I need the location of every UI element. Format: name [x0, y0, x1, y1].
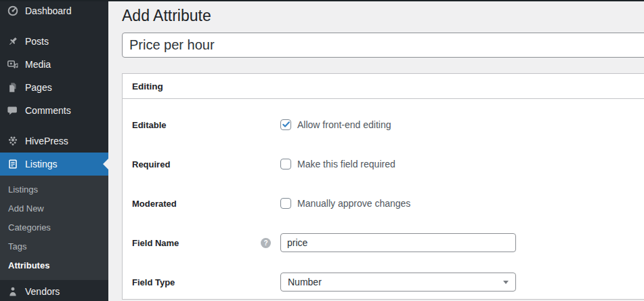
form-row-required: Required Make this field required: [132, 154, 638, 174]
form-row-moderated: Moderated Manually approve changes: [132, 193, 638, 214]
sidebar-item-vendors[interactable]: Vendors: [0, 280, 108, 301]
submenu-item-label: Categories: [8, 222, 51, 233]
metabox-header[interactable]: Editing: [123, 74, 644, 99]
form-row-field-name: Field Name ?: [132, 233, 638, 253]
wordpress-admin-screen: Dashboard Posts Media Pages Comment: [0, 0, 644, 301]
attribute-title-input[interactable]: [122, 33, 644, 58]
sidebar-item-comments[interactable]: Comments: [0, 99, 108, 122]
sidebar-item-label: Media: [25, 59, 51, 70]
menu-separator: [0, 22, 108, 30]
chevron-down-icon: [503, 281, 509, 284]
editable-label: Editable: [132, 120, 167, 130]
sidebar-item-label: Pages: [25, 82, 52, 93]
submenu-item-attributes[interactable]: Attributes: [0, 256, 108, 275]
pages-icon: [6, 81, 20, 94]
field-name-input[interactable]: [280, 233, 516, 252]
required-checkbox[interactable]: [280, 159, 291, 169]
form-row-field-type: Field Type Number: [132, 272, 638, 292]
field-type-label: Field Type: [132, 277, 175, 287]
submenu-item-listings[interactable]: Listings: [0, 180, 108, 199]
document-icon: [6, 157, 20, 171]
person-icon: [6, 285, 20, 298]
active-menu-arrow: [98, 159, 108, 169]
menu-separator: [0, 122, 108, 129]
field-name-label: Field Name: [132, 238, 179, 248]
required-label: Required: [132, 159, 170, 169]
admin-bar-edge: [0, 0, 644, 1]
admin-sidebar: Dashboard Posts Media Pages Comment: [0, 0, 108, 301]
sidebar-item-label: Dashboard: [25, 5, 72, 16]
editable-checkbox-label: Allow front-end editing: [297, 119, 391, 130]
moderated-checkbox-label: Manually approve changes: [297, 198, 410, 209]
metabox-title: Editing: [132, 81, 163, 92]
required-checkbox-label: Make this field required: [297, 159, 395, 169]
comment-icon: [6, 104, 20, 117]
admin-content: Add Attribute Editing Editable Allow fro…: [108, 0, 644, 301]
submenu-item-add-new[interactable]: Add New: [0, 199, 108, 218]
field-type-selected-value: Number: [288, 277, 322, 287]
submenu-item-label: Add New: [8, 203, 44, 214]
editing-metabox: Editing Editable Allow front-end editing: [122, 73, 644, 300]
sidebar-item-label: HivePress: [25, 136, 68, 146]
submenu-item-label: Tags: [8, 241, 26, 252]
sidebar-item-pages[interactable]: Pages: [0, 76, 108, 99]
hive-icon: [6, 134, 20, 148]
sidebar-item-label: Comments: [25, 105, 71, 116]
sidebar-item-label: Vendors: [25, 286, 60, 297]
submenu-item-label: Listings: [8, 184, 38, 195]
pin-icon: [6, 35, 20, 48]
help-icon[interactable]: ?: [261, 238, 271, 248]
sidebar-item-dashboard[interactable]: Dashboard: [0, 0, 108, 22]
form-row-editable: Editable Allow front-end editing: [132, 115, 638, 135]
editable-checkbox[interactable]: [280, 119, 291, 130]
moderated-checkbox[interactable]: [280, 198, 291, 209]
sidebar-item-posts[interactable]: Posts: [0, 30, 108, 53]
submenu-item-label: Attributes: [8, 260, 49, 270]
sidebar-item-listings[interactable]: Listings: [0, 153, 108, 176]
field-type-select[interactable]: Number: [280, 273, 516, 292]
listings-submenu: Listings Add New Categories Tags Attribu…: [0, 176, 108, 280]
media-icon: [6, 58, 20, 71]
metabox-body: Editable Allow front-end editing Require…: [123, 99, 644, 292]
sidebar-item-hivepress[interactable]: HivePress: [0, 129, 108, 153]
sidebar-item-label: Posts: [25, 36, 49, 47]
sidebar-item-label: Listings: [25, 159, 57, 169]
submenu-item-categories[interactable]: Categories: [0, 218, 108, 237]
moderated-label: Moderated: [132, 199, 177, 209]
submenu-item-tags[interactable]: Tags: [0, 237, 108, 256]
page-title: Add Attribute: [122, 6, 644, 26]
sidebar-item-media[interactable]: Media: [0, 53, 108, 76]
dashboard-icon: [6, 4, 20, 18]
